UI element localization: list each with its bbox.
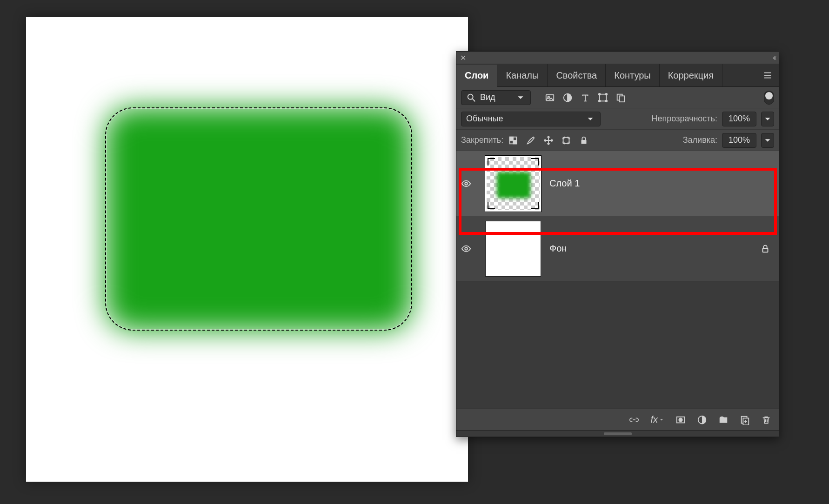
fill-value[interactable]: 100%	[722, 133, 756, 148]
svg-point-24	[679, 418, 682, 421]
panel-tabs: Слои Каналы Свойства Контуры Коррекция	[456, 64, 779, 87]
layer-list: Слой 1 Фон	[456, 151, 779, 409]
visibility-icon[interactable]	[461, 244, 477, 254]
layer-name[interactable]: Фон	[549, 243, 567, 254]
smart-icon[interactable]	[615, 93, 626, 103]
search-icon	[466, 93, 476, 103]
adjust-icon[interactable]	[562, 93, 573, 103]
trash-icon[interactable]	[761, 415, 771, 425]
lock-brush-icon[interactable]	[526, 135, 536, 146]
image-icon[interactable]	[545, 93, 555, 103]
svg-rect-22	[763, 248, 768, 252]
shape-icon[interactable]	[598, 93, 608, 103]
chevron-down-icon	[762, 135, 773, 146]
new-layer-icon[interactable]	[740, 415, 750, 425]
blend-row: Обычные Непрозрачность: 100%	[456, 108, 779, 130]
fx-icon[interactable]: fx	[650, 414, 664, 425]
panel-footer: fx	[456, 409, 779, 430]
panel-resize-grip[interactable]	[456, 430, 779, 437]
layer-row[interactable]: Фон	[456, 216, 779, 281]
green-shape	[105, 107, 412, 331]
svg-rect-18	[563, 137, 569, 143]
adjustment-icon[interactable]	[697, 415, 707, 425]
chevron-down-icon	[515, 93, 526, 103]
mask-icon[interactable]	[675, 415, 686, 425]
visibility-icon[interactable]	[461, 179, 477, 189]
svg-point-10	[606, 93, 608, 95]
lock-all-icon[interactable]	[579, 135, 589, 146]
svg-point-21	[465, 247, 468, 250]
filter-kind-select[interactable]: Вид	[461, 90, 531, 105]
lock-row: Закрепить: Заливка: 100%	[456, 130, 779, 151]
blend-mode-value: Обычные	[466, 114, 503, 124]
tab-properties[interactable]: Свойства	[548, 64, 606, 86]
svg-point-12	[606, 100, 608, 102]
svg-rect-17	[513, 140, 516, 144]
svg-point-20	[465, 182, 468, 185]
svg-line-4	[473, 99, 475, 101]
lock-move-icon[interactable]	[543, 135, 554, 146]
opacity-stepper[interactable]	[761, 112, 774, 126]
collapse-icon[interactable]: ‹‹	[773, 53, 775, 62]
svg-point-9	[599, 93, 601, 95]
fx-label: fx	[650, 414, 658, 425]
svg-rect-8	[600, 94, 607, 101]
layer-filter-row: Вид	[456, 87, 779, 108]
chevron-down-icon	[762, 114, 773, 124]
tab-layers[interactable]: Слои	[456, 65, 497, 87]
layers-panel: ✕ ‹‹ Слои Каналы Свойства Контуры Коррек…	[456, 51, 779, 437]
layer-thumbnail[interactable]	[485, 221, 541, 277]
svg-rect-16	[510, 137, 513, 140]
close-icon[interactable]: ✕	[460, 53, 466, 62]
lock-artboard-icon[interactable]	[561, 135, 571, 146]
tab-adjustments[interactable]: Коррекция	[660, 64, 722, 86]
type-icon[interactable]	[580, 93, 590, 103]
link-icon[interactable]	[629, 415, 639, 425]
filter-type-icons	[545, 93, 626, 103]
fill-label: Заливка:	[683, 135, 717, 145]
thumb-content	[497, 172, 530, 198]
lock-label: Закрепить:	[461, 135, 503, 145]
opacity-value[interactable]: 100%	[722, 112, 756, 126]
blend-mode-select[interactable]: Обычные	[461, 112, 601, 126]
chevron-down-icon	[585, 114, 595, 124]
layer-row[interactable]: Слой 1	[456, 151, 779, 216]
lock-icon[interactable]	[760, 244, 770, 254]
filter-toggle[interactable]	[764, 91, 774, 105]
panel-titlebar: ✕ ‹‹	[456, 52, 779, 64]
layer-thumbnail[interactable]	[485, 156, 541, 212]
tab-channels[interactable]: Каналы	[497, 64, 548, 86]
layer-name[interactable]: Слой 1	[549, 178, 580, 189]
document-canvas[interactable]	[26, 17, 468, 482]
lock-transparency-icon[interactable]	[508, 135, 518, 146]
svg-point-3	[468, 94, 473, 99]
panel-menu-icon[interactable]	[756, 64, 779, 86]
svg-rect-19	[582, 140, 587, 144]
filter-kind-label: Вид	[480, 93, 495, 102]
fill-stepper[interactable]	[761, 133, 774, 148]
svg-rect-14	[619, 96, 624, 102]
tab-paths[interactable]: Контуры	[606, 64, 659, 86]
group-icon[interactable]	[718, 415, 729, 425]
lock-icons	[508, 135, 589, 146]
svg-point-11	[599, 100, 601, 102]
opacity-label: Непрозрачность:	[652, 114, 717, 124]
